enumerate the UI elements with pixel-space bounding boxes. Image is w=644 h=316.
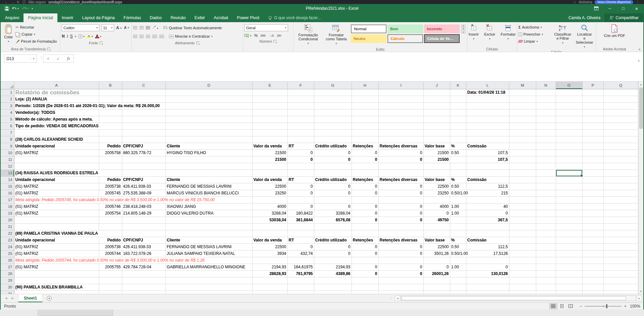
cell-G17[interactable]: [314, 196, 352, 203]
cell-D29[interactable]: [166, 277, 252, 284]
ribbon-tab-página-inicial[interactable]: Página Inicial: [24, 13, 57, 22]
column-header-O[interactable]: O: [556, 82, 582, 89]
cell-B1[interactable]: [99, 89, 122, 96]
cell-A20[interactable]: [14, 217, 99, 223]
cell-J9[interactable]: Valor base: [423, 143, 450, 149]
cell-I20[interactable]: 0: [378, 217, 423, 223]
ribbon-tab-inserir[interactable]: Inserir: [57, 13, 78, 22]
browser-forward-icon[interactable]: →: [11, 0, 14, 4]
comma-style-button[interactable]: 000: [261, 34, 266, 37]
cell-O28[interactable]: [556, 270, 582, 277]
cell-O8[interactable]: [556, 136, 582, 143]
cell-C5[interactable]: [122, 116, 166, 123]
cell-E20[interactable]: 53038,04: [252, 217, 287, 223]
increase-indent-icon[interactable]: [159, 35, 164, 38]
cell-G19[interactable]: 3288,04: [314, 210, 352, 217]
cell-I23[interactable]: Retenções diversas: [378, 237, 423, 243]
cell-Q16[interactable]: [603, 190, 638, 196]
cell-E12[interactable]: [252, 163, 287, 170]
cell-I4[interactable]: [378, 109, 423, 116]
cell-B23[interactable]: Pedido: [99, 237, 122, 243]
cell-N14[interactable]: [536, 176, 556, 183]
page-layout-view-button[interactable]: [558, 303, 566, 309]
cell-D15[interactable]: FERNANDO DE MESSIAS LAVRINI: [166, 183, 252, 190]
align-right-icon[interactable]: [146, 35, 150, 38]
browser-update-button[interactable]: Novo Chrome disponível: [595, 0, 633, 4]
browser-info-icon[interactable]: ⓘ: [22, 0, 26, 4]
ribbon-tab-exibir[interactable]: Exibir: [190, 13, 209, 22]
cell-C21[interactable]: [122, 223, 166, 230]
row-header-19[interactable]: 19: [1, 210, 14, 217]
align-bottom-icon[interactable]: [146, 26, 150, 29]
cell-P23[interactable]: [582, 237, 603, 243]
cell-M31[interactable]: [509, 290, 536, 294]
cell-H18[interactable]: 0: [352, 203, 378, 210]
cell-O31[interactable]: [556, 290, 582, 294]
cell-B27[interactable]: 2005755: [99, 264, 122, 270]
cell-B13[interactable]: [99, 170, 122, 176]
cell-K11[interactable]: [450, 156, 466, 163]
dialog-launcher-icon[interactable]: [196, 42, 199, 45]
cell-Q14[interactable]: [603, 176, 638, 183]
cell-J17[interactable]: [423, 196, 450, 203]
cell-Q12[interactable]: [603, 163, 638, 170]
column-header-Q[interactable]: Q: [603, 82, 638, 89]
cell-B9[interactable]: Pedido: [99, 143, 122, 149]
cell-style-c-lula-de-ve-[interactable]: Célula de Ve...: [424, 34, 460, 43]
cell-P19[interactable]: [582, 210, 603, 217]
cell-O10[interactable]: [556, 149, 582, 156]
cell-Q27[interactable]: [603, 264, 638, 270]
cell-D31[interactable]: [166, 290, 252, 294]
cell-B4[interactable]: [99, 109, 122, 116]
cell-P25[interactable]: [582, 250, 603, 257]
cell-J20[interactable]: 49750: [423, 217, 450, 223]
cell-L20[interactable]: 367,5: [466, 217, 509, 223]
cell-C10[interactable]: 860.325.778-72: [122, 149, 166, 156]
cell-P4[interactable]: [582, 109, 603, 116]
cell-I16[interactable]: 0: [378, 190, 423, 196]
cell-M12[interactable]: [509, 163, 536, 170]
select-all-corner[interactable]: [1, 82, 14, 89]
cell-I17[interactable]: [378, 196, 423, 203]
cell-B21[interactable]: [99, 223, 122, 230]
cell-B28[interactable]: [99, 270, 122, 277]
cell-G11[interactable]: 0: [314, 156, 352, 163]
cell-G24[interactable]: 0: [314, 243, 352, 250]
cell-M16[interactable]: [509, 190, 536, 196]
column-header-L[interactable]: L: [466, 82, 509, 89]
cell-J21[interactable]: [423, 223, 450, 230]
cell-M25[interactable]: [509, 250, 536, 257]
cell-I5[interactable]: [378, 116, 423, 123]
cell-M14[interactable]: [509, 176, 536, 183]
cell-G26[interactable]: [314, 257, 352, 264]
cell-I31[interactable]: [378, 290, 423, 294]
cell-B22[interactable]: [99, 230, 122, 237]
cell-L14[interactable]: Comissão: [466, 176, 509, 183]
cell-M15[interactable]: [509, 183, 536, 190]
cell-J12[interactable]: [423, 163, 450, 170]
cell-K10[interactable]: 0.50: [450, 149, 466, 156]
cell-B20[interactable]: [99, 217, 122, 223]
cell-N25[interactable]: [536, 250, 556, 257]
row-header-10[interactable]: 10: [1, 149, 14, 156]
cell-M18[interactable]: [509, 203, 536, 210]
cell-I24[interactable]: 0: [378, 243, 423, 250]
cell-I27[interactable]: 0: [378, 264, 423, 270]
bold-button[interactable]: N: [62, 34, 65, 39]
cell-L18[interactable]: 40: [466, 203, 509, 210]
cell-M17[interactable]: [509, 196, 536, 203]
cell-K14[interactable]: %: [450, 176, 466, 183]
column-header-K[interactable]: K: [450, 82, 466, 89]
cell-H12[interactable]: [352, 163, 378, 170]
cell-Q2[interactable]: [603, 96, 638, 102]
cell-P2[interactable]: [582, 96, 603, 102]
cell-C28[interactable]: [122, 270, 166, 277]
paste-button[interactable]: Colar▾: [3, 23, 14, 45]
cell-J26[interactable]: [423, 257, 450, 264]
cell-I21[interactable]: [378, 223, 423, 230]
cell-M13[interactable]: [509, 170, 536, 176]
cell-N9[interactable]: [536, 143, 556, 149]
cell-B19[interactable]: 2005754: [99, 210, 122, 217]
vertical-scroll-thumb[interactable]: [639, 88, 643, 129]
cell-J25[interactable]: 3501,26: [423, 250, 450, 257]
